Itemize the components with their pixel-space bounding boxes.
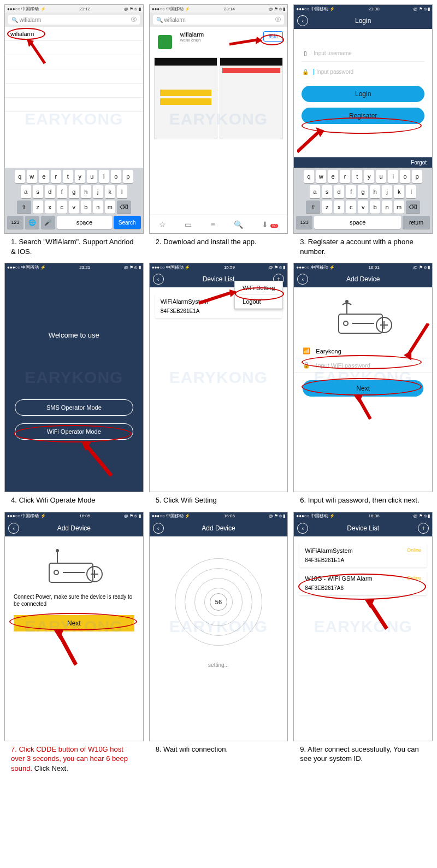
keyboard[interactable]: qwertyuiop asdfghjkl ⇧zxcvbnm⌫ 123spacer… [294,168,432,233]
caption-2: 2. Download and install the app. [149,234,288,248]
step-9: ●●●○○ 中国移动 ⚡16:06@ ⚑ ⎋ ▮ ‹Device List+ W… [293,512,433,775]
caption-6: 6. Input wifi password, then click next. [293,492,433,506]
next-button[interactable]: Next [14,615,134,631]
step-7: ●●●○○ 中国移动 ⚡16:05@ ⚑ ⎋ ▮ ‹Add Device Con… [4,512,144,775]
phone-2: ●●●○○ 中国移动 ⚡23:14@ ⚑ ⎋ ▮ 🔍 wifialarmⓧ wi… [149,4,288,234]
add-icon[interactable]: + [418,523,429,534]
router-icon [330,295,396,339]
forgot-link[interactable]: Forgot [294,157,432,168]
svg-point-9 [54,570,58,575]
app-icon [154,31,176,53]
ssid-row: 📶Earykong [294,344,432,358]
step-6: ●●●○○ 中国移动 ⚡16:01@ ⚑ ⎋ ▮ ‹Add Device 📶Ea… [293,263,433,506]
update-button[interactable]: 更新 [263,31,283,42]
device-card-new[interactable]: W10G - WIFI GSM Alarm 84F3EB2617A6 Onlin… [299,571,427,595]
svg-point-12 [56,549,59,552]
step-1: ●●●○○ 中国移动 ⚡ 23:12 @ ⚑ ⎋ ▮ 🔍 wifialarmⓧ … [4,4,144,257]
caption-7: 7. Click CDDE button of W10G host over 3… [4,741,144,775]
step-2: ●●●○○ 中国移动 ⚡23:14@ ⚑ ⎋ ▮ 🔍 wifialarmⓧ wi… [149,4,288,257]
phone-1: ●●●○○ 中国移动 ⚡ 23:12 @ ⚑ ⎋ ▮ 🔍 wifialarmⓧ … [4,4,144,234]
app-header: wifialarmwenli chen 更新 [150,27,288,57]
phone-9: ●●●○○ 中国移动 ⚡16:06@ ⚑ ⎋ ▮ ‹Device List+ W… [293,512,433,741]
wifi-password-field[interactable]: 🔒Input WiFi password [294,358,432,373]
caption-5: 5. Click Wifi Setting [149,492,288,506]
search-key[interactable]: Search [114,216,141,229]
setting-label: setting... [208,662,229,668]
caption-9: 9. After connect sucessfuully, You can s… [293,741,433,765]
phone-6: ●●●○○ 中国移动 ⚡16:01@ ⚑ ⎋ ▮ ‹Add Device 📶Ea… [293,263,433,492]
progress-value: 56 [210,593,227,611]
step-4: ●●●○○ 中国移动 ⚡23:21@ ⚑ ⎋ ▮ Welcome to use … [4,263,144,506]
caption-3: 3. Regisater a account with a phone numb… [293,234,433,257]
phone-icon: ▯ [302,50,309,56]
tab-bar[interactable]: ☆ ▭ ≡ 🔍 ⬇ 50 [150,215,288,233]
password-field[interactable]: 🔒Input password [302,64,424,80]
caption-4: 4. Click Wifi Operate Mode [4,492,144,506]
router-icon [41,544,107,588]
search-input[interactable]: 🔍 wifialarmⓧ [8,15,140,25]
back-icon[interactable]: ‹ [153,274,164,285]
back-icon[interactable]: ‹ [8,523,19,534]
page-title: Device List [203,275,235,283]
back-icon[interactable]: ‹ [297,15,308,26]
screenshot-previews [150,57,288,139]
welcome-title: Welcome to use [49,331,99,339]
page-title: Add Device [346,275,380,283]
register-button[interactable]: Regisater [302,108,424,124]
back-icon[interactable]: ‹ [297,523,308,534]
phone-3: ●●●○○ 中国移动 ⚡23:30@ ⚑ ⎋ ▮ ‹Login ▯Input u… [293,4,433,234]
step-3: ●●●○○ 中国移动 ⚡23:30@ ⚑ ⎋ ▮ ‹Login ▯Input u… [293,4,433,257]
step-8: ●●●○○ 中国移动 ⚡16:05@ ⚑ ⎋ ▮ ‹Add Device 56 … [149,512,288,775]
step-5: ●●●○○ 中国移动 ⚡15:59@ ⚑ ⎋ ▮ ‹Device List+ W… [149,263,288,506]
caption-1: 1. Search "WifiAlarm". Support Andriod &… [4,234,144,257]
instruction-grid: ●●●○○ 中国移动 ⚡ 23:12 @ ⚑ ⎋ ▮ 🔍 wifialarmⓧ … [0,0,437,778]
search-input[interactable]: 🔍 wifialarmⓧ [153,15,285,25]
phone-5: ●●●○○ 中国移动 ⚡15:59@ ⚑ ⎋ ▮ ‹Device List+ W… [149,263,288,492]
device-card[interactable]: WiFiAlarmSystem 84F3EB261E1A Online [299,543,427,568]
username-field[interactable]: ▯Input username [302,45,424,62]
lock-icon: 🔒 [303,362,311,369]
radar-progress: 56 setting... [150,536,288,741]
wifi-mode-button[interactable]: WiFi Operator Mode [15,423,133,440]
watermark: EARYKONG [25,110,123,128]
phone-8: ●●●○○ 中国移动 ⚡16:05@ ⚑ ⎋ ▮ ‹Add Device 56 … [149,512,288,741]
svg-point-1 [344,321,348,326]
dropdown-menu: WiFi Setting Logout [234,281,283,309]
search-header: 🔍 wifialarmⓧ [5,13,143,27]
lock-icon: 🔒 [302,69,309,75]
caption-8: 8. Wait wifi connection. [149,741,288,755]
search-result[interactable]: wifialarm [5,27,143,41]
phone-4: ●●●○○ 中国移动 ⚡23:21@ ⚑ ⎋ ▮ Welcome to use … [4,263,144,492]
back-icon[interactable]: ‹ [153,523,164,534]
phone-7: ●●●○○ 中国移动 ⚡16:05@ ⚑ ⎋ ▮ ‹Add Device Con… [4,512,144,741]
sms-mode-button[interactable]: SMS Operator Mode [15,399,133,416]
next-button[interactable]: Next [303,380,423,397]
logout-item[interactable]: Logout [235,295,282,309]
wifi-setting-item[interactable]: WiFi Setting [235,281,282,295]
statusbar: ●●●○○ 中国移动 ⚡ 23:12 @ ⚑ ⎋ ▮ [5,5,143,13]
connect-message: Connect Power, make sure the device is r… [5,593,143,607]
login-button[interactable]: Login [302,86,424,102]
back-icon[interactable]: ‹ [297,274,308,285]
wifi-icon: 📶 [303,347,311,355]
nav-header: ‹Login [294,13,432,29]
keyboard[interactable]: qwertyuiop asdfghjkl ⇧zxcvbnm⌫ 123🌐🎤spac… [5,168,143,233]
